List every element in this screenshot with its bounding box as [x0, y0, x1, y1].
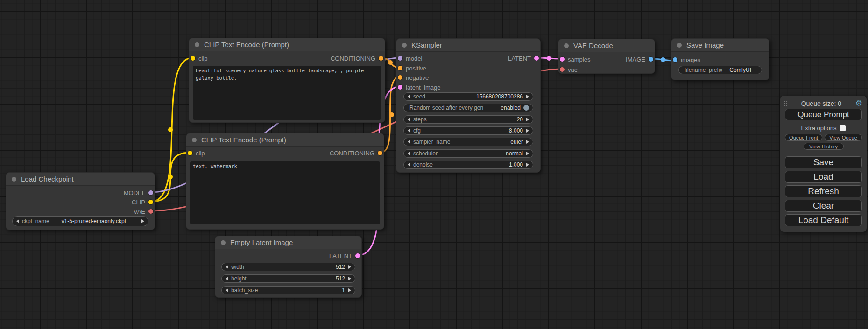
conditioning-port-dot[interactable] [378, 151, 382, 155]
clip-port-dot[interactable] [148, 200, 153, 204]
latent-port-dot[interactable] [560, 57, 565, 62]
input-port-samples[interactable]: samples [560, 55, 590, 64]
seed-widget[interactable]: seed 156680208700286 [403, 92, 533, 101]
decrement-arrow-icon[interactable] [226, 277, 228, 280]
latent-port-dot[interactable] [534, 56, 539, 61]
input-port-model[interactable]: model [398, 54, 422, 63]
ckpt-name-widget[interactable]: ckpt_name v1-5-pruned-emaonly.ckpt [12, 216, 148, 226]
output-port-latent[interactable]: LATENT [329, 251, 360, 260]
node-graph-canvas[interactable]: CLIP Text Encode (Prompt) clip CONDITION… [0, 0, 868, 329]
extra-options-checkbox[interactable] [840, 125, 846, 131]
save-button[interactable]: Save [785, 156, 862, 168]
output-port-conditioning[interactable]: CONDITIONING [331, 54, 383, 63]
batch-size-widget[interactable]: batch_size 1 [221, 286, 355, 294]
increment-arrow-icon[interactable] [141, 219, 144, 223]
positive-prompt-textarea[interactable]: beautiful scenery nature glass bottle la… [193, 66, 381, 120]
vae-port-dot[interactable] [148, 209, 153, 214]
increment-arrow-icon[interactable] [526, 95, 529, 98]
input-port-positive[interactable]: positive [398, 63, 426, 73]
latent-port-dot[interactable] [355, 253, 360, 258]
input-port-vae[interactable]: vae [560, 65, 578, 74]
input-port-clip[interactable]: clip [188, 148, 205, 158]
output-port-vae[interactable]: VAE [134, 207, 153, 216]
sampler-name-widget[interactable]: sampler_name euler [403, 138, 533, 146]
increment-arrow-icon[interactable] [526, 163, 529, 167]
queue-prompt-button[interactable]: Queue Prompt [785, 109, 862, 120]
increment-arrow-icon[interactable] [348, 277, 351, 280]
denoise-widget[interactable]: denoise 1.000 [403, 161, 533, 169]
clear-button[interactable]: Clear [785, 200, 862, 212]
collapse-dot-icon[interactable] [402, 43, 407, 48]
collapse-dot-icon[interactable] [192, 138, 197, 142]
view-history-button[interactable]: View History [804, 143, 844, 150]
output-port-latent[interactable]: LATENT [508, 54, 539, 63]
node-load-checkpoint[interactable]: Load Checkpoint MODEL CLIP VAE ckpt_name… [6, 172, 155, 230]
negative-prompt-textarea[interactable]: text, watermark [190, 161, 380, 224]
load-button[interactable]: Load [785, 171, 862, 183]
node-title-bar[interactable]: KSampler [396, 39, 540, 52]
output-port-clip[interactable]: CLIP [132, 197, 153, 207]
scheduler-widget[interactable]: scheduler normal [403, 149, 533, 158]
cfg-widget[interactable]: cfg 8.000 [403, 126, 533, 135]
conditioning-port-dot[interactable] [379, 56, 383, 61]
clip-port-dot[interactable] [191, 56, 195, 61]
model-port-dot[interactable] [148, 190, 153, 195]
input-port-clip[interactable]: clip [191, 54, 208, 63]
input-port-negative[interactable]: negative [398, 73, 429, 82]
decrement-arrow-icon[interactable] [408, 163, 410, 167]
increment-arrow-icon[interactable] [348, 288, 351, 292]
increment-arrow-icon[interactable] [526, 129, 529, 133]
settings-gear-icon[interactable]: ⚙ [855, 99, 862, 107]
collapse-dot-icon[interactable] [195, 42, 199, 47]
output-port-model[interactable]: MODEL [124, 188, 153, 197]
clip-port-dot[interactable] [188, 151, 192, 155]
node-save-image[interactable]: Save Image images filename_prefix ComfyU… [671, 38, 769, 80]
decrement-arrow-icon[interactable] [408, 152, 410, 155]
latent-port-dot[interactable] [398, 85, 402, 90]
output-port-image[interactable]: IMAGE [626, 55, 653, 64]
toggle-indicator-icon[interactable] [523, 105, 529, 111]
view-queue-button[interactable]: View Queue [825, 134, 862, 141]
image-port-dot[interactable] [673, 57, 677, 62]
conditioning-port-dot[interactable] [398, 75, 402, 80]
decrement-arrow-icon[interactable] [16, 219, 19, 223]
queue-menu-panel[interactable]: Queue size: 0 ⚙ Queue Prompt Extra optio… [780, 96, 867, 232]
decrement-arrow-icon[interactable] [408, 95, 410, 98]
increment-arrow-icon[interactable] [526, 152, 529, 155]
collapse-dot-icon[interactable] [677, 43, 682, 48]
decrement-arrow-icon[interactable] [408, 118, 410, 121]
model-port-dot[interactable] [398, 56, 402, 61]
output-port-conditioning[interactable]: CONDITIONING [330, 148, 382, 158]
refresh-button[interactable]: Refresh [785, 185, 862, 197]
node-ksampler[interactable]: KSampler model positive negative latent_… [396, 38, 541, 173]
decrement-arrow-icon[interactable] [226, 265, 228, 269]
height-widget[interactable]: height 512 [221, 274, 355, 283]
input-port-latent-image[interactable]: latent_image [398, 83, 440, 92]
decrement-arrow-icon[interactable] [408, 129, 410, 133]
collapse-dot-icon[interactable] [221, 240, 226, 245]
node-title-bar[interactable]: Empty Latent Image [215, 236, 361, 249]
collapse-dot-icon[interactable] [12, 177, 16, 182]
node-title-bar[interactable]: Save Image [671, 39, 769, 52]
node-clip-text-encode-negative[interactable]: CLIP Text Encode (Prompt) clip CONDITION… [186, 133, 384, 230]
node-title-bar[interactable]: VAE Decode [558, 39, 655, 52]
image-port-dot[interactable] [649, 57, 653, 62]
steps-widget[interactable]: steps 20 [403, 115, 533, 124]
random-seed-toggle-widget[interactable]: Random seed after every gen enabled [403, 104, 533, 112]
input-port-images[interactable]: images [673, 55, 700, 64]
node-title-bar[interactable]: Load Checkpoint [6, 173, 155, 186]
collapse-dot-icon[interactable] [564, 43, 569, 48]
filename-prefix-widget[interactable]: filename_prefix ComfyUI [678, 66, 762, 74]
increment-arrow-icon[interactable] [526, 118, 529, 121]
node-empty-latent-image[interactable]: Empty Latent Image LATENT width 512 heig… [215, 236, 362, 298]
queue-front-button[interactable]: Queue Front [785, 134, 822, 141]
decrement-arrow-icon[interactable] [226, 288, 228, 292]
load-default-button[interactable]: Load Default [785, 214, 862, 226]
node-clip-text-encode-positive[interactable]: CLIP Text Encode (Prompt) clip CONDITION… [189, 38, 385, 123]
vae-port-dot[interactable] [560, 67, 565, 72]
decrement-arrow-icon[interactable] [408, 140, 410, 144]
increment-arrow-icon[interactable] [526, 140, 529, 144]
conditioning-port-dot[interactable] [398, 66, 402, 70]
increment-arrow-icon[interactable] [348, 265, 351, 269]
width-widget[interactable]: width 512 [221, 263, 355, 271]
